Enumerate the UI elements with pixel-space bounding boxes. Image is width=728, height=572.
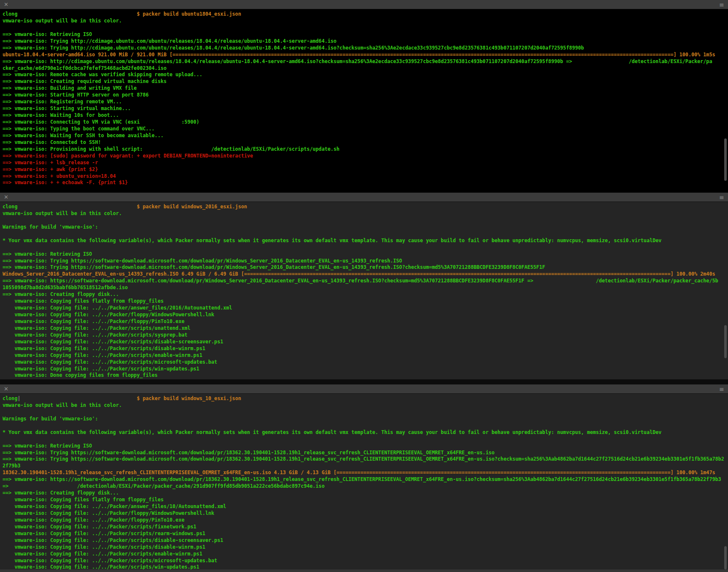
terminal-line <box>3 25 728 31</box>
terminal-line: vmware-iso: Copying file: ../../Packer/s… <box>3 359 728 366</box>
terminal-line: ==> vmware-iso: Building and writing VMX… <box>3 85 728 92</box>
terminal-line: ==> vmware-iso: Registering remote VM... <box>3 99 728 105</box>
terminator-window: { "window": { "close_glyph": "✕", "menu_… <box>0 0 728 572</box>
terminal-line: ==> vmware-iso: Creating floppy disk... <box>3 490 728 497</box>
terminal-line: ==> vmware-iso: Trying http://cdimage.ub… <box>3 45 728 52</box>
terminal-line: ==> vmware-iso: Waiting 10s for boot... <box>3 112 728 119</box>
terminal-line: ubuntu-18.04.4-server-amd64.iso 921.00 M… <box>3 52 728 58</box>
terminal-line: ==> vmware-iso: Waiting for SSH to becom… <box>3 133 728 139</box>
pane-bottom-gap <box>0 379 728 384</box>
terminal-output-ubuntu1804[interactable]: clong $ packer build ubuntu1804_esxi.jso… <box>0 9 728 193</box>
terminal-line: ==> vmware-iso: Remote cache was verifie… <box>3 72 728 78</box>
terminal-line: ==> vmware-iso: + ubuntu_version=18.04 <box>3 173 728 180</box>
terminal-line: clong $ packer build ubuntu1804_esxi.jso… <box>3 11 728 18</box>
terminal-line: ==> vmware-iso: [sudo] password for vagr… <box>3 153 728 160</box>
terminal-line: vmware-iso: Copying files flatly from fl… <box>3 497 728 503</box>
window-bottom-edge <box>0 569 728 572</box>
terminal-line <box>3 231 728 238</box>
terminal-line: ==> vmware-iso: + + echoawk -F. {print $… <box>3 180 728 186</box>
pane-menu-icon[interactable]: ≡ <box>719 0 724 9</box>
terminal-line: 18362.30.190401-1528.19h1_release_svc_re… <box>3 470 728 476</box>
terminal-line: ==> vmware-iso: + awk {print $2} <box>3 166 728 173</box>
terminal-output-windows10[interactable]: clong| $ packer build windows_10_esxi.js… <box>0 394 728 572</box>
terminal-line: ==> vmware-iso: http://cdimage.ubuntu.co… <box>3 58 728 65</box>
scrollbar-thumb-pane3[interactable] <box>724 546 727 569</box>
terminal-line: ==> vmware-iso: Retrieving ISO <box>3 443 728 450</box>
terminal-line: ==> vmware-iso: Creating floppy disk... <box>3 291 728 298</box>
terminal-line: vmware-iso: Copying file: ../../Packer/s… <box>3 352 728 359</box>
terminal-line: vmware-iso: Copying file: ../../Packer/s… <box>3 332 728 339</box>
terminal-line: vmware-iso: Copying file: ../../Packer/s… <box>3 558 728 564</box>
terminal-pane-windows2016: ✕ ≡ clong $ packer build windows_2016_es… <box>0 193 728 384</box>
terminal-line: vmware-iso: Copying file: ../../Packer/a… <box>3 305 728 312</box>
terminal-line <box>3 436 728 443</box>
pane-titlebar[interactable]: ✕ ≡ <box>0 193 728 202</box>
terminal-line <box>3 217 728 224</box>
terminal-line: ==> vmware-iso: Typing the boot command … <box>3 126 728 133</box>
terminal-line: ==> vmware-iso: https://software-downloa… <box>3 476 728 483</box>
terminal-line: 1055098d7ba8d2d635babf6bb76518512afbde.i… <box>3 285 728 291</box>
pane-menu-icon[interactable]: ≡ <box>719 193 724 202</box>
terminal-line: ==> vmware-iso: Provisioning with shell … <box>3 146 728 153</box>
terminal-line: vmware-iso: Copying file: ../../Packer/s… <box>3 325 728 332</box>
terminal-line: vmware-iso: Copying file: ../../Packer/s… <box>3 531 728 537</box>
terminal-line: vmware-iso: Copying file: ../../Packer/s… <box>3 366 728 373</box>
terminal-line: clong $ packer build windows_2016_esxi.j… <box>3 204 728 210</box>
terminal-line: vmware-iso: Copying file: ../../Packer/s… <box>3 551 728 558</box>
terminal-line: vmware-iso output will be in this color. <box>3 402 728 409</box>
terminal-line <box>3 244 728 251</box>
terminal-line <box>3 423 728 429</box>
terminal-line: Warnings for build 'vmware-iso': <box>3 224 728 231</box>
terminal-output-windows2016[interactable]: clong $ packer build windows_2016_esxi.j… <box>0 202 728 384</box>
close-icon[interactable]: ✕ <box>4 0 8 9</box>
terminal-line <box>3 409 728 416</box>
scrollbar-thumb-pane1[interactable] <box>724 138 727 181</box>
terminal-line: vmware-iso: Copying file: ../../Packer/s… <box>3 345 728 352</box>
terminal-line: ==> vmware-iso: Trying https://software-… <box>3 264 728 271</box>
close-icon[interactable]: ✕ <box>4 384 8 394</box>
scrollbar-thumb-pane2[interactable] <box>724 325 727 358</box>
terminal-pane-ubuntu1804: ✕ ≡ clong $ packer build ubuntu1804_esxi… <box>0 0 728 193</box>
terminal-line: Windows_Server_2016_Datacenter_EVAL_en-u… <box>3 271 728 278</box>
terminal-line: vmware-iso: Copying file: ../../Packer/s… <box>3 524 728 531</box>
terminal-line: 2f79b3 <box>3 463 728 470</box>
pane-titlebar[interactable]: ✕ ≡ <box>0 384 728 394</box>
terminal-line: vmware-iso: Copying file: ../../Packer/s… <box>3 544 728 551</box>
terminal-line: vmware-iso: Copying file: ../../Packer/f… <box>3 312 728 318</box>
terminal-line: ==> vmware-iso: Creating required virtua… <box>3 78 728 85</box>
terminal-line: vmware-iso: Copying file: ../../Packer/s… <box>3 339 728 345</box>
terminal-line: vmware-iso: Copying file: ../../Packer/f… <box>3 517 728 524</box>
terminal-line: vmware-iso: Copying file: ../../Packer/a… <box>3 503 728 510</box>
terminal-line: ==> vmware-iso: Connected to SSH! <box>3 139 728 146</box>
terminal-line: vmware-iso output will be in this color. <box>3 18 728 25</box>
terminal-line: vmware-iso: Copying file: ../../Packer/s… <box>3 537 728 544</box>
terminal-line: ==> vmware-iso: Trying https://software-… <box>3 258 728 265</box>
pane-menu-icon[interactable]: ≡ <box>719 384 724 394</box>
terminal-line: ==> vmware-iso: https://software-downloa… <box>3 278 728 285</box>
terminal-line: => /detectionlab/ESXi/Packer/packer_cach… <box>3 483 728 490</box>
terminal-line: ==> vmware-iso: Retrieving ISO <box>3 251 728 258</box>
terminal-line: * Your vmx data contains the following v… <box>3 429 728 436</box>
terminal-line: ==> vmware-iso: Trying https://software-… <box>3 456 728 463</box>
close-icon[interactable]: ✕ <box>4 193 8 202</box>
terminal-line: vmware-iso: Copying file: ../../Packer/f… <box>3 318 728 325</box>
terminal-line: ==> vmware-iso: Starting HTTP server on … <box>3 92 728 99</box>
terminal-line: ==> vmware-iso: Starting virtual machine… <box>3 105 728 112</box>
terminal-line: Warnings for build 'vmware-iso': <box>3 416 728 423</box>
terminal-line: clong| $ packer build windows_10_esxi.js… <box>3 395 728 402</box>
terminal-line: cker_cache/e6d790e1cf0dcbca7fefef75468ac… <box>3 65 728 72</box>
terminal-line: vmware-iso: Copying file: ../../Packer/f… <box>3 510 728 517</box>
pane-titlebar[interactable]: ✕ ≡ <box>0 0 728 9</box>
terminal-line: ==> vmware-iso: + lsb_release -r <box>3 160 728 166</box>
terminal-line: vmware-iso: Copying files flatly from fl… <box>3 298 728 305</box>
terminal-line: ==> vmware-iso: Retrieving ISO <box>3 31 728 38</box>
terminal-line: vmware-iso output will be in this color. <box>3 210 728 217</box>
terminal-line: ==> vmware-iso: Trying https://software-… <box>3 450 728 456</box>
terminal-pane-windows10: ✕ ≡ clong| $ packer build windows_10_esx… <box>0 384 728 572</box>
terminal-line: ==> vmware-iso: Trying http://cdimage.ub… <box>3 38 728 45</box>
terminal-line: * Your vmx data contains the following v… <box>3 238 728 244</box>
terminal-line: ==> vmware-iso: Connecting to VM via VNC… <box>3 119 728 126</box>
terminal-line: vmware-iso: Done copying files from flop… <box>3 372 728 379</box>
